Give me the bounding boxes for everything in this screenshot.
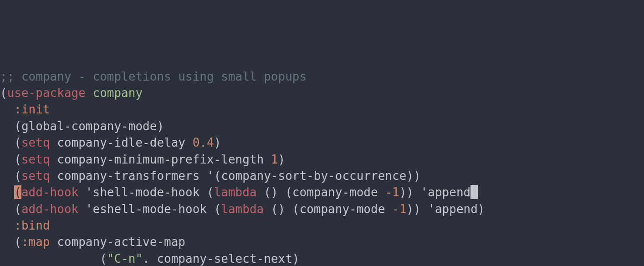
code-line: :bind (0, 217, 644, 234)
lambda-fn: lambda (214, 185, 257, 199)
lambda-fn: lambda (221, 202, 264, 216)
code-line: ("C-n". company-select-next) (0, 251, 644, 266)
string-literal: "C-n" (107, 252, 143, 266)
number-literal: 0.4 (193, 136, 214, 149)
matched-paren-highlight: ( (14, 185, 21, 199)
code-line: (setq company-idle-delay 0.4) (0, 134, 644, 151)
setq-fn: setq (21, 136, 50, 149)
number-literal: 1 (271, 153, 278, 166)
code-line: (:map company-active-map (0, 234, 644, 250)
code-line: :init (0, 101, 644, 118)
setq-fn: setq (21, 169, 50, 183)
setq-fn: setq (21, 153, 50, 166)
add-hook-fn: add-hook (21, 202, 78, 216)
code-line: (add-hook 'shell-mode-hook (lambda () (c… (0, 184, 644, 200)
map-keyword: :map (21, 235, 50, 249)
init-keyword: :init (14, 102, 50, 116)
code-line: (use-package company (0, 85, 644, 101)
add-hook-fn: add-hook (21, 185, 78, 199)
code-line: (add-hook 'eshell-mode-hook (lambda () (… (0, 201, 644, 217)
code-line: (setq company-transformers '(company-sor… (0, 168, 644, 184)
use-package-fn: use-package (7, 86, 86, 100)
code-line: (setq company-minimum-prefix-length 1) (0, 151, 644, 168)
code-editor[interactable]: ;; company - completions using small pop… (0, 68, 644, 266)
code-line: (global-company-mode) (0, 118, 644, 134)
bind-keyword: :bind (14, 219, 50, 232)
paren-open: ( (0, 86, 7, 100)
comment: ;; company - completions using small pop… (0, 70, 307, 83)
global-company-mode: global-company-mode (21, 119, 157, 133)
text-cursor (470, 185, 478, 199)
package-name: company (93, 86, 143, 100)
code-line: ;; company - completions using small pop… (0, 68, 644, 85)
